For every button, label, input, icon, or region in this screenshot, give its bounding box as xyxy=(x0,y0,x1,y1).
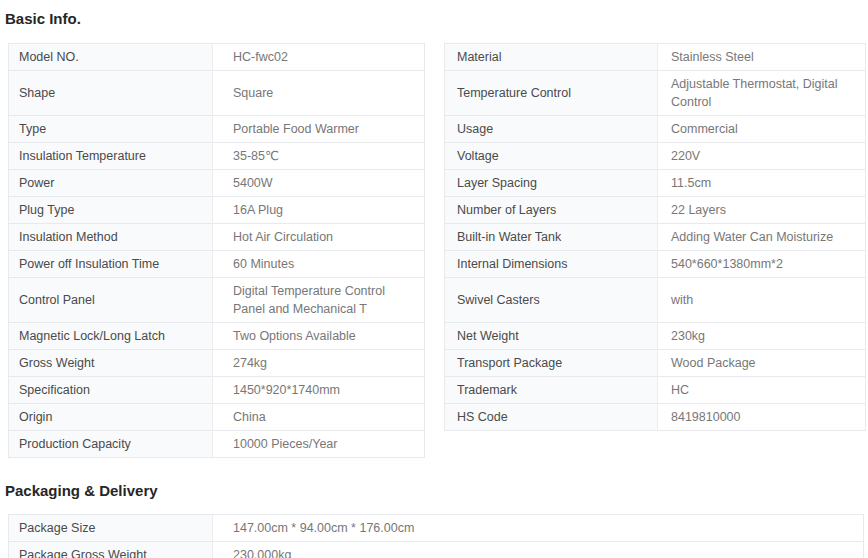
label-cell: Type xyxy=(8,116,213,143)
value-cell: China xyxy=(213,404,425,431)
label-cell: Number of Layers xyxy=(444,197,658,224)
label-cell: Net Weight xyxy=(444,323,658,350)
packaging-delivery-heading: Packaging & Delivery xyxy=(0,458,868,499)
column-gap xyxy=(425,43,444,71)
value-cell: Stainless Steel xyxy=(658,43,866,71)
value-cell: Two Options Available xyxy=(213,323,425,350)
column-gap xyxy=(425,71,444,116)
value-cell: 16A Plug xyxy=(213,197,425,224)
value-cell: Wood Package xyxy=(658,350,866,377)
label-cell: Model NO. xyxy=(8,43,213,71)
label-cell: Voltage xyxy=(444,143,658,170)
label-cell: Built-in Water Tank xyxy=(444,224,658,251)
label-cell: Plug Type xyxy=(8,197,213,224)
label-cell: Origin xyxy=(8,404,213,431)
column-gap xyxy=(425,404,444,431)
label-cell: Package Gross Weight xyxy=(8,542,213,558)
value-cell: 220V xyxy=(658,143,866,170)
column-gap xyxy=(425,224,444,251)
value-cell: Portable Food Warmer xyxy=(213,116,425,143)
value-cell: 8419810000 xyxy=(658,404,866,431)
column-gap xyxy=(425,278,444,323)
value-cell: HC xyxy=(658,377,866,404)
value-cell: Adding Water Can Moisturize xyxy=(658,224,866,251)
label-cell: Transport Package xyxy=(444,350,658,377)
value-cell: 22 Layers xyxy=(658,197,866,224)
label-cell: Material xyxy=(444,43,658,71)
label-cell: Insulation Temperature xyxy=(8,143,213,170)
value-cell: 230.000kg xyxy=(213,542,864,558)
value-cell: 5400W xyxy=(213,170,425,197)
value-cell: 147.00cm * 94.00cm * 176.00cm xyxy=(213,514,864,542)
column-gap xyxy=(425,431,444,458)
column-gap xyxy=(425,377,444,404)
label-cell: Internal Dimensions xyxy=(444,251,658,278)
label-cell: Power xyxy=(8,170,213,197)
column-gap xyxy=(425,116,444,143)
column-gap xyxy=(425,350,444,377)
label-cell: Magnetic Lock/Long Latch xyxy=(8,323,213,350)
basic-info-table: Model NO. HC-fwc02 Material Stainless St… xyxy=(8,43,868,458)
value-cell: 230kg xyxy=(658,323,866,350)
value-cell: Adjustable Thermostat, Digital Control xyxy=(658,71,866,116)
value-cell: Commercial xyxy=(658,116,866,143)
column-gap xyxy=(425,323,444,350)
basic-info-heading: Basic Info. xyxy=(0,0,868,27)
value-cell: 10000 Pieces/Year xyxy=(213,431,425,458)
label-cell: Swivel Casters xyxy=(444,278,658,323)
value-cell: with xyxy=(658,278,866,323)
packaging-table: Package Size 147.00cm * 94.00cm * 176.00… xyxy=(8,514,868,558)
label-cell: Power off Insulation Time xyxy=(8,251,213,278)
value-cell: 11.5cm xyxy=(658,170,866,197)
column-gap xyxy=(425,197,444,224)
value-cell: Square xyxy=(213,71,425,116)
column-gap xyxy=(425,143,444,170)
value-cell: 540*660*1380mm*2 xyxy=(658,251,866,278)
value-cell: 1450*920*1740mm xyxy=(213,377,425,404)
column-gap xyxy=(425,170,444,197)
label-cell: Temperature Control xyxy=(444,71,658,116)
value-cell: 60 Minutes xyxy=(213,251,425,278)
label-cell: Shape xyxy=(8,71,213,116)
label-cell: Package Size xyxy=(8,514,213,542)
value-cell: Digital Temperature Control Panel and Me… xyxy=(213,278,425,323)
value-cell: HC-fwc02 xyxy=(213,43,425,71)
label-cell: Specification xyxy=(8,377,213,404)
label-cell: Production Capacity xyxy=(8,431,213,458)
label-cell: Trademark xyxy=(444,377,658,404)
label-cell: HS Code xyxy=(444,404,658,431)
value-cell: 274kg xyxy=(213,350,425,377)
label-cell: Layer Spacing xyxy=(444,170,658,197)
label-cell: Gross Weight xyxy=(8,350,213,377)
column-gap xyxy=(425,251,444,278)
label-cell: Insulation Method xyxy=(8,224,213,251)
label-cell: Usage xyxy=(444,116,658,143)
label-cell: Control Panel xyxy=(8,278,213,323)
value-cell: 35-85℃ xyxy=(213,143,425,170)
value-cell: Hot Air Circulation xyxy=(213,224,425,251)
